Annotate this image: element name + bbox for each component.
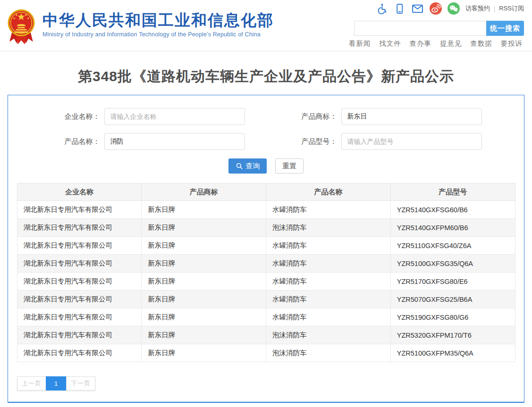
header-company: 企业名称 — [17, 183, 142, 201]
site-search-input[interactable] — [354, 21, 486, 36]
cell-company: 湖北新东日专用汽车有限公司 — [17, 201, 142, 219]
cell-company: 湖北新东日专用汽车有限公司 — [17, 219, 142, 237]
cell-company: 湖北新东日专用汽车有限公司 — [17, 255, 142, 273]
field-product-model: 产品型号： — [287, 133, 482, 150]
unified-search-button[interactable]: 统一搜索 — [486, 21, 524, 36]
pagination: 上一页 1 下一页 — [17, 376, 95, 390]
header-model: 产品型号 — [390, 183, 515, 201]
header-icon-row: 访客预约 | RSS订阅 — [370, 2, 524, 15]
nav-item-suggestions[interactable]: 提意见 — [440, 39, 462, 48]
cell-product: 水罐消防车 — [266, 255, 391, 273]
national-emblem-icon — [7, 8, 36, 45]
cell-model: YZR5190GXFSG80/G6 — [390, 308, 515, 326]
accessibility-icon[interactable] — [376, 2, 388, 15]
cell-brand: 新东日牌 — [142, 291, 266, 308]
table-row: 湖北新东日专用汽车有限公司 新东日牌 水罐消防车 YZR5170GXFSG80/… — [17, 273, 515, 291]
table-row: 湖北新东日专用汽车有限公司 新东日牌 泡沫消防车 YZR5100GXFPM35/… — [17, 344, 515, 362]
field-company-name: 企业名称： — [51, 108, 245, 125]
cell-company: 湖北新东日专用汽车有限公司 — [17, 326, 142, 344]
cell-product: 水罐消防车 — [266, 237, 391, 255]
mobile-icon[interactable] — [394, 2, 406, 15]
cell-model: YZR5140GXFSG60/B6 — [390, 201, 515, 219]
site-header: 中华人民共和国工业和信息化部 Ministry of Industry and … — [0, 0, 532, 51]
cell-product: 水罐消防车 — [266, 273, 391, 291]
reset-button[interactable]: 重置 — [275, 158, 304, 174]
cell-company: 湖北新东日专用汽车有限公司 — [17, 291, 142, 308]
cell-brand: 新东日牌 — [142, 201, 266, 219]
product-model-label: 产品型号： — [287, 137, 337, 146]
cell-model: YZR5070GXFSG25/B6A — [390, 291, 515, 308]
prev-page-button[interactable]: 上一页 — [17, 376, 46, 390]
nav-item-news[interactable]: 看新闻 — [349, 39, 371, 48]
visitor-appointment-link[interactable]: 访客预约 — [465, 4, 490, 13]
product-model-input[interactable] — [341, 133, 482, 150]
results-table: 企业名称 产品商标 产品名称 产品型号 湖北新东日专用汽车有限公司 新东日牌 水… — [17, 183, 515, 362]
cell-company: 湖北新东日专用汽车有限公司 — [17, 237, 142, 255]
header-brand: 产品商标 — [142, 183, 266, 201]
site-logo: 中华人民共和国工业和信息化部 Ministry of Industry and … — [7, 8, 274, 45]
table-header-row: 企业名称 产品商标 产品名称 产品型号 — [17, 183, 515, 201]
cell-model: YZR5100GXFSG35/Q6A — [390, 255, 515, 273]
field-product-name: 产品名称： — [51, 133, 245, 150]
nav-item-services[interactable]: 查办事 — [410, 39, 432, 48]
form-buttons: 查询 重置 — [8, 158, 524, 174]
wechat-icon[interactable] — [448, 2, 460, 15]
cell-company: 湖北新东日专用汽车有限公司 — [17, 344, 142, 362]
weibo-icon[interactable] — [430, 2, 442, 15]
header-product: 产品名称 — [266, 183, 391, 201]
table-row: 湖北新东日专用汽车有限公司 新东日牌 水罐消防车 YZR5190GXFSG80/… — [17, 308, 515, 326]
cell-product: 泡沫消防车 — [266, 219, 391, 237]
quick-links-separator: | — [494, 5, 495, 12]
cell-model: YZR5110GXFSG40/Z6A — [390, 237, 515, 255]
cell-brand: 新东日牌 — [142, 308, 266, 326]
product-brand-label: 产品商标： — [287, 112, 337, 121]
company-name-input[interactable] — [104, 108, 245, 125]
field-product-brand: 产品商标： — [287, 108, 482, 125]
table-row: 湖北新东日专用汽车有限公司 新东日牌 水罐消防车 YZR5070GXFSG25/… — [17, 291, 515, 308]
cell-brand: 新东日牌 — [142, 344, 266, 362]
cell-model: YZR5100GXFPM35/Q6A — [390, 344, 515, 362]
site-search: 统一搜索 — [354, 21, 524, 36]
page-title: 第348批《道路机动车辆生产企业及产品公告》新产品公示 — [0, 67, 532, 86]
product-name-input[interactable] — [104, 133, 245, 150]
table-row: 湖北新东日专用汽车有限公司 新东日牌 泡沫消防车 YZR5320GXFPM170… — [17, 326, 515, 344]
header-right: 访客预约 | RSS订阅 统一搜索 看新闻 找文件 查办事 提意见 查数据 要投… — [338, 0, 524, 51]
cell-brand: 新东日牌 — [142, 219, 266, 237]
table-row: 湖北新东日专用汽车有限公司 新东日牌 泡沫消防车 YZR5140GXFPM60/… — [17, 219, 515, 237]
table-row: 湖北新东日专用汽车有限公司 新东日牌 水罐消防车 YZR5140GXFSG60/… — [17, 201, 515, 219]
nav-item-data[interactable]: 查数据 — [470, 39, 492, 48]
nav-item-documents[interactable]: 找文件 — [379, 39, 401, 48]
mail-icon[interactable] — [412, 2, 424, 15]
cell-product: 泡沫消防车 — [266, 344, 391, 362]
page-1-button[interactable]: 1 — [46, 376, 67, 390]
site-identity: 中华人民共和国工业和信息化部 Ministry of Industry and … — [42, 8, 274, 38]
cell-model: YZR5170GXFSG80/E6 — [390, 273, 515, 291]
site-title: 中华人民共和国工业和信息化部 — [42, 11, 274, 29]
query-form: 企业名称： 产品商标： 产品名称： 产品型号： — [8, 95, 524, 150]
cell-brand: 新东日牌 — [142, 255, 266, 273]
table-row: 湖北新东日专用汽车有限公司 新东日牌 水罐消防车 YZR5100GXFSG35/… — [17, 255, 515, 273]
header-nav: 看新闻 找文件 查办事 提意见 查数据 要投诉 — [349, 39, 523, 48]
cell-product: 泡沫消防车 — [266, 326, 391, 344]
cell-company: 湖北新东日专用汽车有限公司 — [17, 308, 142, 326]
cell-model: YZR5140GXFPM60/B6 — [390, 219, 515, 237]
cell-brand: 新东日牌 — [142, 326, 266, 344]
cell-product: 水罐消防车 — [266, 291, 391, 308]
nav-item-complaints[interactable]: 要投诉 — [500, 39, 523, 48]
cell-brand: 新东日牌 — [142, 237, 266, 255]
product-name-label: 产品名称： — [51, 137, 100, 146]
quick-links: 访客预约 | RSS订阅 — [465, 4, 524, 13]
company-name-label: 企业名称： — [51, 112, 100, 121]
rss-subscribe-link[interactable]: RSS订阅 — [499, 4, 524, 13]
cell-brand: 新东日牌 — [142, 273, 266, 291]
content-panel: 企业名称： 产品商标： 产品名称： 产品型号： 查询 重置 — [8, 95, 524, 403]
query-button[interactable]: 查询 — [228, 158, 267, 174]
cell-product: 水罐消防车 — [266, 308, 391, 326]
next-page-button[interactable]: 下一页 — [66, 376, 95, 390]
cell-model: YZR5320GXFPM170/T6 — [390, 326, 515, 344]
site-subtitle: Ministry of Industry and Information Tec… — [42, 31, 274, 38]
table-row: 湖北新东日专用汽车有限公司 新东日牌 水罐消防车 YZR5110GXFSG40/… — [17, 237, 515, 255]
cell-company: 湖北新东日专用汽车有限公司 — [17, 273, 142, 291]
cell-product: 水罐消防车 — [266, 201, 391, 219]
product-brand-input[interactable] — [341, 108, 482, 125]
